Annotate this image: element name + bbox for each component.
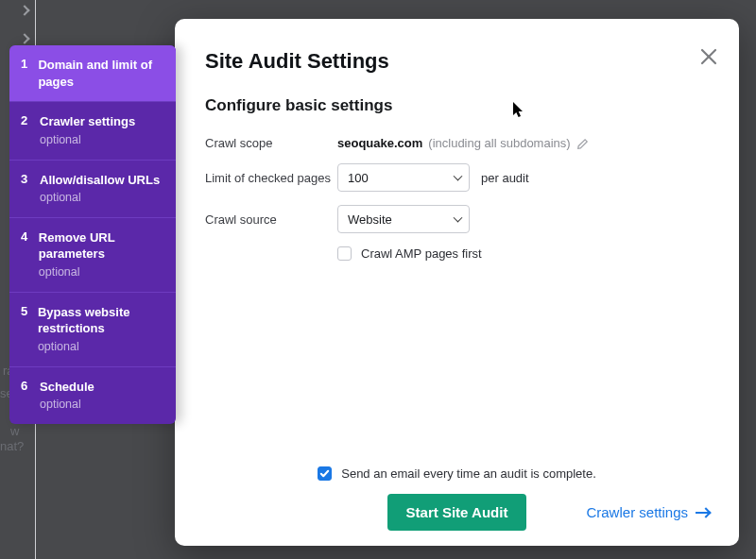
close-icon bbox=[699, 47, 718, 66]
edit-scope-button[interactable] bbox=[576, 137, 590, 150]
bg-chevron-icon bbox=[19, 33, 29, 43]
check-icon bbox=[319, 468, 330, 479]
step-title: Allow/disallow URLs bbox=[40, 172, 160, 189]
start-audit-button[interactable]: Start Site Audit bbox=[387, 494, 527, 531]
crawler-settings-link[interactable]: Crawler settings bbox=[586, 504, 709, 520]
amp-checkbox[interactable] bbox=[337, 246, 352, 261]
chevron-down-icon bbox=[454, 213, 463, 223]
arrow-right-icon bbox=[696, 512, 709, 514]
step-title: Bypass website restrictions bbox=[38, 304, 166, 337]
step-title: Domain and limit of pages bbox=[38, 57, 166, 90]
step-number: 3 bbox=[21, 172, 30, 206]
email-checkbox-label: Send an email every time an audit is com… bbox=[341, 466, 596, 481]
close-button[interactable] bbox=[699, 47, 720, 68]
step-schedule[interactable]: 6 Schedule optional bbox=[9, 367, 176, 424]
modal-content: Site Audit Settings Configure basic sett… bbox=[175, 19, 739, 546]
step-number: 2 bbox=[21, 113, 30, 147]
step-title: Schedule bbox=[40, 379, 94, 396]
source-select-value: Website bbox=[348, 212, 392, 227]
amp-row: Crawl AMP pages first bbox=[337, 246, 709, 261]
crawl-scope-domain: seoquake.com bbox=[337, 136, 422, 150]
step-allow-disallow[interactable]: 3 Allow/disallow URLs optional bbox=[9, 161, 176, 218]
crawler-settings-link-label: Crawler settings bbox=[586, 504, 688, 520]
step-domain-limit[interactable]: 1 Domain and limit of pages bbox=[9, 45, 176, 102]
pencil-icon bbox=[576, 137, 590, 150]
crawl-scope-label: Crawl scope bbox=[205, 136, 337, 150]
step-crawler-settings[interactable]: 2 Crawler settings optional bbox=[9, 102, 176, 160]
settings-modal: Site Audit Settings Configure basic sett… bbox=[175, 19, 739, 546]
amp-checkbox-label: Crawl AMP pages first bbox=[361, 246, 482, 261]
source-select[interactable]: Website bbox=[337, 205, 470, 233]
step-optional: optional bbox=[40, 132, 135, 148]
settings-stepper: 1 Domain and limit of pages 2 Crawler se… bbox=[9, 45, 176, 424]
crawl-source-row: Crawl source Website bbox=[205, 205, 709, 233]
step-optional: optional bbox=[40, 190, 160, 206]
limit-select[interactable]: 100 bbox=[337, 163, 470, 192]
limit-select-value: 100 bbox=[348, 171, 369, 185]
chevron-down-icon bbox=[454, 172, 463, 181]
step-remove-url-params[interactable]: 4 Remove URL parameters optional bbox=[9, 218, 176, 293]
crawl-scope-row: Crawl scope seoquake.com (including all … bbox=[205, 136, 709, 150]
limit-suffix: per audit bbox=[481, 171, 529, 185]
step-number: 4 bbox=[21, 229, 29, 280]
step-number: 6 bbox=[21, 379, 30, 413]
modal-footer: Send an email every time an audit is com… bbox=[205, 466, 709, 533]
step-optional: optional bbox=[39, 264, 166, 280]
bg-text: w bbox=[10, 424, 19, 440]
step-number: 1 bbox=[21, 57, 28, 90]
bg-text: nat? bbox=[0, 439, 24, 455]
step-bypass-restrictions[interactable]: 5 Bypass website restrictions optional bbox=[9, 293, 176, 367]
bg-chevron-icon bbox=[19, 5, 29, 15]
step-optional: optional bbox=[40, 397, 94, 413]
crawl-scope-value: seoquake.com (including all subdomains) bbox=[337, 136, 590, 150]
step-title: Remove URL parameters bbox=[39, 229, 166, 263]
limit-label: Limit of checked pages bbox=[205, 171, 337, 185]
limit-row: Limit of checked pages 100 per audit bbox=[205, 163, 709, 192]
crawl-scope-note: (including all subdomains) bbox=[428, 136, 570, 150]
step-title: Crawler settings bbox=[40, 113, 135, 130]
email-row: Send an email every time an audit is com… bbox=[318, 466, 596, 481]
form-body: Crawl scope seoquake.com (including all … bbox=[205, 136, 709, 466]
source-label: Crawl source bbox=[205, 212, 337, 227]
step-number: 5 bbox=[21, 304, 28, 355]
modal-title: Site Audit Settings bbox=[205, 49, 709, 74]
step-optional: optional bbox=[38, 339, 166, 355]
modal-subtitle: Configure basic settings bbox=[205, 96, 709, 115]
email-checkbox[interactable] bbox=[318, 466, 332, 481]
